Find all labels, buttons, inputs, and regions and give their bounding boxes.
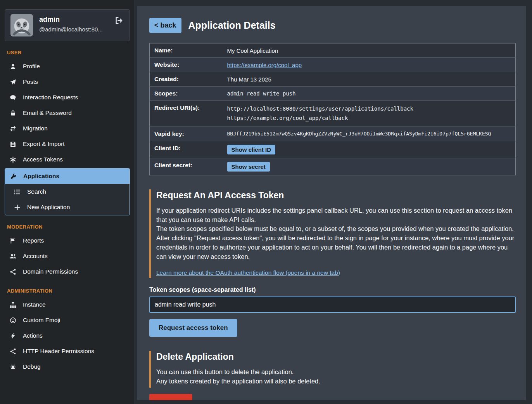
- token-scopes-input[interactable]: [149, 296, 516, 313]
- plus-icon: [14, 204, 21, 211]
- request-token-heading: Request An API Access Token: [156, 190, 516, 201]
- sidebar-item-custom-emoji[interactable]: Custom Emoji: [5, 312, 130, 328]
- delete-button[interactable]: Delete: [149, 394, 192, 400]
- sidebar-item-label: Interaction Requests: [23, 94, 78, 101]
- table-row: Client ID: Show client ID: [150, 141, 516, 158]
- sidebar-item-profile[interactable]: Profile: [5, 59, 130, 74]
- sidebar-item-label: Actions: [23, 332, 43, 339]
- table-row: Vapid key: BBJffJ219b5iE512m7wQSzv4KgKDh…: [150, 127, 516, 141]
- sidebar-item-access-tokens[interactable]: Access Tokens: [5, 152, 130, 167]
- show-secret-button[interactable]: Show secret: [227, 162, 270, 172]
- table-row: Created: Thu Mar 13 2025: [150, 72, 516, 87]
- user-handle: @admin@localhost:80...: [39, 26, 103, 33]
- sidebar-item-search[interactable]: Search: [5, 184, 130, 199]
- sidebar-item-export-import[interactable]: Export & Import: [5, 136, 130, 152]
- sidebar-item-debug[interactable]: Debug: [5, 359, 130, 375]
- oauth-flow-link[interactable]: Learn more about the OAuth authenticatio…: [156, 269, 340, 276]
- delete-paragraph-2: Any tokens created by the application wi…: [156, 377, 516, 386]
- sidebar-item-applications[interactable]: Applications: [5, 168, 130, 184]
- detail-value-redirect-uris: http://localhost:8080/settings/user/appl…: [223, 101, 516, 127]
- detail-label-vapid-key: Vapid key:: [150, 127, 223, 141]
- sidebar-item-label: Access Tokens: [23, 156, 63, 163]
- sidebar-item-interaction-requests[interactable]: Interaction Requests: [5, 90, 130, 105]
- exchange-arrows-icon: [9, 125, 17, 132]
- sidebar-item-label: HTTP Header Permissions: [23, 348, 94, 355]
- delete-application-bordered: Delete Application You can use this butt…: [149, 351, 516, 388]
- sidebar-item-label: Custom Emoji: [23, 317, 60, 324]
- paper-plane-icon: [9, 79, 17, 85]
- table-row: Scopes: admin read write push: [150, 87, 516, 101]
- table-row: Client secret: Show secret: [150, 158, 516, 175]
- wrench-icon: [10, 173, 17, 180]
- detail-label-redirect-uris: Redirect URI(s):: [150, 101, 223, 127]
- detail-label-scopes: Scopes:: [150, 87, 223, 101]
- sidebar-item-label: Email & Password: [23, 109, 72, 116]
- sidebar-section-administration: ADMINISTRATION: [7, 288, 130, 294]
- user-meta: admin @admin@localhost:80...: [39, 14, 103, 33]
- sidebar-item-label: Export & Import: [23, 140, 65, 147]
- table-row: Website: https://example.org/cool_app: [150, 58, 516, 72]
- sidebar-item-label: Posts: [23, 78, 38, 85]
- show-client-id-button[interactable]: Show client ID: [227, 145, 276, 154]
- sidebar-item-migration[interactable]: Migration: [5, 121, 130, 136]
- delete-application-section: Delete Application You can use this butt…: [149, 351, 516, 400]
- request-token-paragraph-3: After clicking "Request access token", y…: [156, 234, 516, 262]
- main-content: < back Application Details Name: My Cool…: [137, 6, 526, 400]
- detail-value-created: Thu Mar 13 2025: [223, 72, 516, 87]
- back-button[interactable]: < back: [149, 18, 181, 33]
- sidebar-item-label: Instance: [23, 301, 46, 308]
- user-icon: [9, 63, 17, 70]
- detail-value-vapid-key: BBJffJ219b5iE512m7wQSzv4KgKDhgZZVzNyWC_r…: [223, 127, 516, 141]
- sidebar-item-actions[interactable]: Actions: [5, 328, 130, 343]
- sidebar-item-reports[interactable]: Reports: [5, 233, 130, 248]
- sidebar-item-http-header-permissions[interactable]: HTTP Header Permissions: [5, 343, 130, 359]
- sitemap-icon: [9, 302, 17, 308]
- sidebar-item-accounts[interactable]: Accounts: [5, 248, 130, 264]
- applications-block: Applications Search New Application: [5, 168, 130, 215]
- sidebar-item-label: Domain Permissions: [23, 268, 78, 275]
- detail-label-name: Name:: [150, 43, 223, 58]
- request-access-token-button[interactable]: Request access token: [149, 319, 237, 337]
- bug-icon: [9, 364, 17, 370]
- sidebar-item-label: New Application: [27, 204, 70, 211]
- logout-button[interactable]: [114, 14, 124, 27]
- delete-paragraph-1: You can use this button to delete the ap…: [156, 368, 516, 377]
- detail-value-scopes: admin read write push: [223, 87, 516, 101]
- detail-label-created: Created:: [150, 72, 223, 87]
- lock-icon: [9, 110, 17, 116]
- title-row: < back Application Details: [149, 18, 516, 33]
- sidebar: admin @admin@localhost:80... USER Profil…: [0, 0, 134, 404]
- share-nodes-icon: [9, 269, 17, 275]
- user-name: admin: [39, 16, 103, 24]
- redirect-uri-1: http://localhost:8080/settings/user/appl…: [227, 104, 511, 114]
- website-link[interactable]: https://example.org/cool_app: [227, 62, 302, 68]
- request-token-paragraph-2: The token scopes specified below must be…: [156, 224, 516, 234]
- page-title: Application Details: [188, 20, 276, 31]
- table-row: Name: My Cool Application: [150, 43, 516, 58]
- floppy-disk-icon: [9, 141, 17, 147]
- comment-icon: [9, 94, 17, 101]
- flag-icon: [9, 238, 17, 244]
- redirect-uri-2: https://example.org/cool_app/callback: [227, 114, 511, 123]
- detail-value-client-id: Show client ID: [223, 141, 516, 158]
- detail-label-website: Website:: [150, 58, 223, 72]
- sidebar-item-label: Accounts: [23, 253, 48, 260]
- sidebar-item-label: Migration: [23, 125, 48, 132]
- request-token-section: Request An API Access Token If your appl…: [149, 189, 516, 337]
- sidebar-item-instance[interactable]: Instance: [5, 297, 130, 312]
- detail-value-website: https://example.org/cool_app: [223, 58, 516, 72]
- application-details-table: Name: My Cool Application Website: https…: [149, 43, 516, 175]
- sidebar-section-moderation: MODERATION: [7, 224, 130, 230]
- sidebar-item-email-password[interactable]: Email & Password: [5, 105, 130, 121]
- sidebar-item-label: Reports: [23, 237, 44, 244]
- bolt-icon: [9, 333, 17, 339]
- request-token-bordered: Request An API Access Token If your appl…: [149, 189, 516, 278]
- sidebar-item-domain-permissions[interactable]: Domain Permissions: [5, 264, 130, 279]
- sidebar-item-posts[interactable]: Posts: [5, 74, 130, 90]
- smiley-icon: [9, 317, 17, 324]
- user-card: admin @admin@localhost:80...: [5, 9, 130, 41]
- applications-subnav: Search New Application: [5, 184, 130, 215]
- avatar: [10, 14, 33, 36]
- sidebar-item-new-application[interactable]: New Application: [5, 199, 130, 215]
- token-scopes-label: Token scopes (space-separated list): [149, 286, 516, 293]
